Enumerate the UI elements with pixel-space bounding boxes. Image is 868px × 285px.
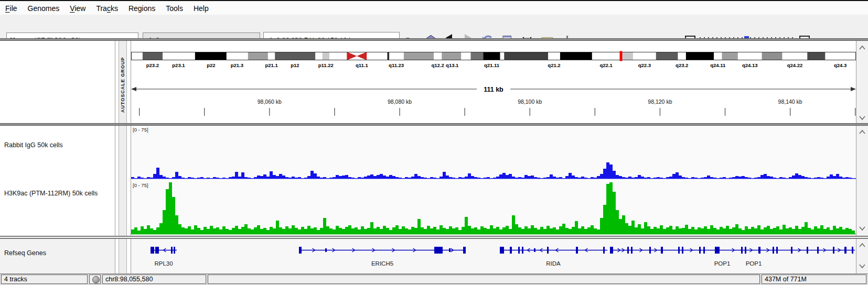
svg-text:q24.13: q24.13 <box>742 62 758 68</box>
svg-text:q22.3: q22.3 <box>638 62 651 68</box>
svg-text:98,060 kb: 98,060 kb <box>258 98 282 105</box>
svg-text:q21.11: q21.11 <box>484 62 500 68</box>
svg-text:POP1: POP1 <box>746 260 762 267</box>
svg-text:q24.11: q24.11 <box>710 62 726 68</box>
menu-bar: FileGenomesViewTracksRegionsToolsHelp <box>0 0 868 16</box>
track-name-h3k9ac[interactable]: H3K9ac (PTM-112RM) 50k cells <box>4 190 98 197</box>
scroll-down-icon[interactable] <box>859 113 866 118</box>
memory-usage-status: 437M of 771M <box>762 275 866 284</box>
menu-item-help[interactable]: Help <box>188 4 214 13</box>
svg-text:p23.2: p23.2 <box>146 62 159 68</box>
toolbar: Human (GRCh38/hg38) chr8 Go <box>0 15 868 38</box>
status-bar: 4 tracks chr8:98,055,580 437M of 771M <box>0 273 868 285</box>
svg-text:q13.1: q13.1 <box>446 62 459 68</box>
svg-text:p21.3: p21.3 <box>231 62 243 68</box>
menu-item-file[interactable]: File <box>0 4 23 13</box>
cursor-position-status: chr8:98,055,580 <box>102 275 206 284</box>
svg-text:q11.1: q11.1 <box>356 62 368 68</box>
attribute-strip[interactable] <box>119 239 127 273</box>
attribute-strip[interactable] <box>119 126 127 236</box>
scroll-down-icon[interactable] <box>859 224 866 229</box>
svg-text:111 kb: 111 kb <box>484 86 503 93</box>
svg-text:q23.2: q23.2 <box>676 62 688 68</box>
svg-text:q24.3: q24.3 <box>834 62 846 68</box>
svg-text:q12.2: q12.2 <box>431 62 444 68</box>
scroll-up-icon[interactable] <box>859 43 866 48</box>
menu-item-view[interactable]: View <box>65 4 91 13</box>
scroll-up-icon[interactable] <box>859 240 866 246</box>
menu-item-genomes[interactable]: Genomes <box>23 4 65 13</box>
status-icon-cell <box>89 275 101 284</box>
header-name-column <box>0 41 115 123</box>
svg-text:98,100 kb: 98,100 kb <box>518 98 542 105</box>
scroll-up-icon[interactable] <box>859 127 866 133</box>
status-spacer <box>208 275 760 284</box>
attribute-column <box>115 239 131 273</box>
svg-text:p21.1: p21.1 <box>265 62 278 68</box>
data-range-label: [0 - 75] <box>133 182 148 188</box>
svg-text:POP1: POP1 <box>714 260 731 267</box>
svg-text:q21.2: q21.2 <box>548 62 560 68</box>
svg-text:98,080 kb: 98,080 kb <box>388 98 412 105</box>
svg-text:98,140 kb: 98,140 kb <box>778 98 802 105</box>
track-name-rabbit-igg[interactable]: Rabbit IgG 50k cells <box>4 141 63 149</box>
svg-text:p12: p12 <box>291 62 299 68</box>
attribute-column <box>115 126 131 236</box>
status-indicator-icon <box>92 276 100 283</box>
autoscale-group-label: AUTOSCALE GROUP <box>117 48 128 122</box>
refseq-genes-glyphs[interactable]: RPL30ERICH5RIDAPOP1POP1 <box>131 239 856 273</box>
header-scrollbar[interactable] <box>856 41 868 123</box>
svg-text:p23.1: p23.1 <box>172 62 185 68</box>
igv-window: FileGenomesViewTracksRegionsToolsHelp Hu… <box>0 0 868 285</box>
svg-text:q11.23: q11.23 <box>389 62 404 68</box>
ideogram-and-ruler[interactable]: p23.2p23.1p22p21.3p21.1p12p11.22q11.1q11… <box>131 41 856 123</box>
svg-text:RIDA: RIDA <box>546 260 561 267</box>
track-rabbit-igg-chart[interactable] <box>131 126 856 181</box>
svg-text:q22.1: q22.1 <box>599 62 613 68</box>
menu-item-regions[interactable]: Regions <box>123 4 160 13</box>
svg-text:98,120 kb: 98,120 kb <box>648 98 672 105</box>
svg-text:p11.22: p11.22 <box>318 62 334 68</box>
track-name-refseq-genes[interactable]: Refseq Genes <box>4 249 46 257</box>
svg-text:RPL30: RPL30 <box>154 260 173 267</box>
track-h3k9ac-chart[interactable] <box>131 181 856 236</box>
svg-text:q24.22: q24.22 <box>787 62 803 68</box>
scroll-down-icon[interactable] <box>859 261 866 267</box>
data-range-label: [0 - 75] <box>133 127 148 133</box>
menu-item-tools[interactable]: Tools <box>160 4 188 13</box>
menu-item-tracks[interactable]: Tracks <box>91 4 123 13</box>
svg-text:p22: p22 <box>207 62 215 68</box>
track-count-status: 4 tracks <box>1 275 88 284</box>
track-scrollbar[interactable] <box>856 126 868 236</box>
svg-text:ERICH5: ERICH5 <box>371 260 393 267</box>
